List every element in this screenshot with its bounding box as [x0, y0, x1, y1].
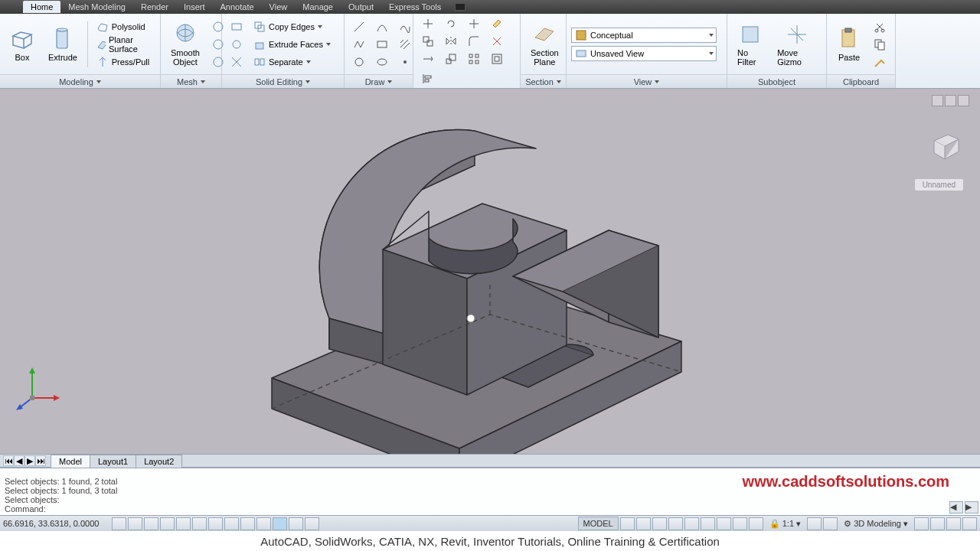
erase-button[interactable]: [487, 15, 507, 32]
fillet-button[interactable]: [464, 33, 484, 50]
maximize-icon[interactable]: [945, 95, 956, 106]
menu-annotate[interactable]: Annotate: [213, 1, 262, 13]
minimize-icon[interactable]: [932, 95, 943, 106]
dyn-button[interactable]: [224, 517, 239, 530]
extrude-button[interactable]: Extrude: [43, 24, 83, 64]
polysolid-button[interactable]: Polysolid: [93, 18, 155, 35]
trim-button[interactable]: [464, 15, 484, 32]
pan-button[interactable]: [701, 517, 715, 530]
hardware-accel-button[interactable]: [930, 517, 945, 530]
polyline-button[interactable]: [349, 36, 369, 53]
explode-button[interactable]: [487, 33, 507, 50]
polar-button[interactable]: [160, 517, 175, 530]
tray-button[interactable]: [305, 517, 319, 530]
anno-vis-button[interactable]: [807, 517, 822, 530]
line-button[interactable]: [349, 18, 369, 35]
otrack-button[interactable]: [192, 517, 207, 530]
command-prompt[interactable]: Command:: [5, 504, 975, 514]
saved-view-dropdown[interactable]: Unsaved View: [571, 46, 717, 61]
status-btn-3[interactable]: [652, 517, 667, 530]
viewport[interactable]: Unnamed: [0, 89, 980, 454]
extrude-faces-button[interactable]: Extrude Faces: [250, 36, 335, 53]
ellipse-button[interactable]: [372, 54, 392, 70]
isolate-button[interactable]: [946, 517, 961, 530]
circle-button[interactable]: [349, 54, 369, 70]
chevron-down-icon[interactable]: [387, 80, 392, 83]
rotate-button[interactable]: [441, 15, 461, 32]
lwt-button[interactable]: [240, 517, 255, 530]
close-icon[interactable]: [958, 95, 969, 106]
solid-tool-a3[interactable]: [227, 54, 247, 70]
tab-layout2[interactable]: Layout2: [136, 455, 182, 468]
spline-button[interactable]: [395, 18, 415, 35]
quick-view-layouts-button[interactable]: [668, 517, 683, 530]
cut-button[interactable]: [870, 18, 890, 35]
hatch-button[interactable]: [395, 36, 415, 53]
quick-view-drawings-button[interactable]: [684, 517, 699, 530]
match-button[interactable]: [870, 54, 890, 70]
solid-tool-a1[interactable]: [227, 18, 247, 35]
scale-button[interactable]: [441, 51, 461, 67]
status-btn-2[interactable]: [636, 517, 651, 530]
command-window[interactable]: Select objects: 1 found, 2 total Select …: [0, 468, 980, 515]
menu-mesh-modeling[interactable]: Mesh Modeling: [60, 1, 133, 13]
separate-button[interactable]: Separate: [250, 54, 335, 70]
tab-first-button[interactable]: ⏮: [3, 455, 14, 466]
clean-screen-button[interactable]: [962, 517, 977, 530]
zoom-button[interactable]: [717, 517, 731, 530]
tab-model[interactable]: Model: [51, 455, 90, 468]
am-button[interactable]: [289, 517, 303, 530]
point-button[interactable]: [395, 54, 415, 70]
space-label[interactable]: MODEL: [578, 517, 619, 530]
motion-button[interactable]: [749, 517, 763, 530]
box-button[interactable]: Box: [5, 24, 40, 64]
paste-button[interactable]: Paste: [831, 24, 867, 64]
menu-view[interactable]: View: [262, 1, 296, 13]
scroll-left-button[interactable]: ◀: [949, 501, 963, 514]
menu-output[interactable]: Output: [341, 1, 381, 13]
tab-layout1[interactable]: Layout1: [90, 455, 136, 468]
osnap-button[interactable]: [176, 517, 191, 530]
grid-button[interactable]: [128, 517, 142, 530]
anno-auto-button[interactable]: [823, 517, 838, 530]
align-button[interactable]: [418, 70, 438, 87]
workspace-switching[interactable]: ⚙ 3D Modeling ▾: [839, 517, 913, 530]
chevron-down-icon[interactable]: [557, 80, 561, 83]
scroll-right-button[interactable]: ▶: [965, 501, 978, 514]
rectangle-button[interactable]: [372, 36, 392, 53]
move-gizmo-button[interactable]: Move Gizmo: [772, 20, 822, 69]
planar-surface-button[interactable]: Planar Surface: [93, 36, 155, 53]
view-cube[interactable]: [925, 127, 963, 165]
stretch-button[interactable]: [418, 51, 438, 67]
menu-render[interactable]: Render: [133, 1, 176, 13]
array-button[interactable]: [464, 51, 484, 67]
tab-next-button[interactable]: ▶: [24, 455, 35, 466]
menu-insert[interactable]: Insert: [176, 1, 213, 13]
snap-button[interactable]: [112, 517, 126, 530]
copy-button[interactable]: [418, 33, 438, 50]
mirror-button[interactable]: [441, 33, 461, 50]
move-button[interactable]: [418, 15, 438, 32]
tab-prev-button[interactable]: ◀: [14, 455, 24, 466]
menu-home[interactable]: Home: [23, 1, 60, 13]
presspull-button[interactable]: Press/Pull: [93, 54, 155, 70]
toolbar-lock-button[interactable]: [914, 517, 929, 530]
copy-edges-button[interactable]: Copy Edges: [250, 18, 335, 35]
no-filter-button[interactable]: No Filter: [732, 20, 769, 69]
offset-button[interactable]: [487, 51, 507, 67]
status-btn-1[interactable]: [620, 517, 635, 530]
menu-manage[interactable]: Manage: [295, 1, 341, 13]
chevron-down-icon[interactable]: [305, 80, 310, 83]
chevron-down-icon[interactable]: [96, 80, 101, 83]
menu-express[interactable]: Express Tools: [381, 1, 449, 13]
qp-button[interactable]: [256, 517, 271, 530]
tab-last-button[interactable]: ⏭: [35, 455, 46, 466]
copy-clip-button[interactable]: [870, 36, 890, 53]
ortho-button[interactable]: [144, 517, 158, 530]
chevron-down-icon[interactable]: [201, 80, 205, 83]
arc-button[interactable]: [372, 18, 392, 35]
annotation-scale[interactable]: 🔒 1:1 ▾: [765, 517, 805, 530]
visual-style-dropdown[interactable]: Conceptual: [571, 28, 717, 43]
section-plane-button[interactable]: Section Plane: [525, 20, 564, 69]
smooth-object-button[interactable]: Smooth Object: [165, 20, 205, 69]
